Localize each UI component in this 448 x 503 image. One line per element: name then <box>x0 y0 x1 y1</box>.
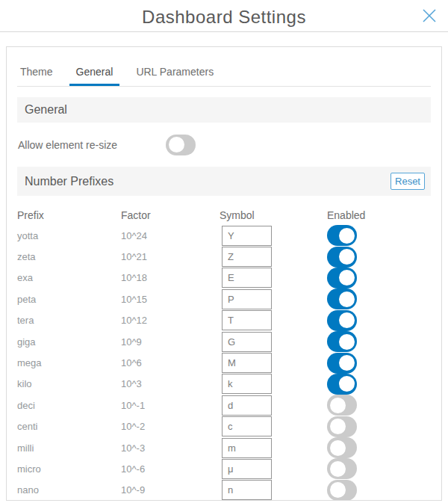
toggle-knob <box>339 228 355 244</box>
symbol-input[interactable] <box>222 395 272 416</box>
allow-resize-row: Allow element re-size <box>17 123 431 167</box>
symbol-input[interactable] <box>222 459 272 479</box>
dialog-header: Dashboard Settings <box>0 0 448 32</box>
symbol-input[interactable] <box>222 332 272 352</box>
row-toggle[interactable] <box>327 331 357 352</box>
row-toggle[interactable] <box>327 480 357 501</box>
table-row: micro 10^-6 <box>17 458 441 479</box>
allow-resize-label: Allow element re-size <box>17 139 166 151</box>
toggle-knob <box>339 270 355 286</box>
row-toggle[interactable] <box>327 374 357 395</box>
row-toggle[interactable] <box>327 247 357 268</box>
prefix-cell: giga <box>17 336 121 348</box>
toggle-knob <box>339 355 355 371</box>
symbol-input[interactable] <box>222 226 272 246</box>
prefix-cell: centi <box>17 421 121 432</box>
symbol-input[interactable] <box>222 310 272 330</box>
row-toggle[interactable] <box>327 353 357 374</box>
prefix-table-body: yotta 10^24 zeta 10^21 exa 10^18 peta 10… <box>17 225 441 501</box>
factor-cell: 10^12 <box>121 315 220 326</box>
toggle-knob <box>330 419 346 434</box>
prefix-table-header: Prefix Factor Symbol Enabled <box>17 206 441 225</box>
column-header-factor: Factor <box>121 209 220 221</box>
table-row: mega 10^6 <box>17 352 441 373</box>
symbol-input[interactable] <box>222 247 272 267</box>
number-prefixes-title: Number Prefixes <box>25 175 113 188</box>
close-icon <box>420 16 438 27</box>
tab-bar: Theme General URL Parameters <box>17 64 431 87</box>
prefix-cell: yotta <box>17 230 121 241</box>
column-header-enabled: Enabled <box>327 209 441 221</box>
toggle-knob <box>339 312 355 328</box>
table-row: tera 10^12 <box>17 310 441 331</box>
table-row: milli 10^-3 <box>17 437 441 458</box>
toggle-knob <box>330 440 346 456</box>
row-toggle[interactable] <box>327 395 357 416</box>
prefix-cell: micro <box>17 463 121 475</box>
prefix-cell: tera <box>17 315 121 326</box>
toggle-knob <box>339 334 355 350</box>
factor-cell: 10^15 <box>121 294 220 305</box>
factor-cell: 10^6 <box>121 357 220 368</box>
allow-resize-toggle[interactable] <box>166 135 196 155</box>
dialog-title: Dashboard Settings <box>0 7 448 28</box>
factor-cell: 10^21 <box>121 251 220 262</box>
symbol-input[interactable] <box>222 289 272 309</box>
symbol-input[interactable] <box>222 438 272 458</box>
symbol-input[interactable] <box>222 416 272 436</box>
general-section-header: General <box>17 97 431 123</box>
tab-general[interactable]: General <box>69 64 120 86</box>
general-section-title: General <box>25 103 67 117</box>
tab-theme[interactable]: Theme <box>19 64 55 86</box>
factor-cell: 10^-2 <box>121 421 220 432</box>
toggle-knob <box>339 376 355 392</box>
toggle-knob <box>339 249 355 265</box>
table-row: yotta 10^24 <box>17 225 441 246</box>
table-row: zeta 10^21 <box>17 246 441 267</box>
prefix-cell: exa <box>17 272 121 283</box>
factor-cell: 10^18 <box>121 272 220 283</box>
toggle-knob <box>339 291 355 307</box>
number-prefixes-section-header: Number Prefixes Reset <box>17 167 431 196</box>
row-toggle[interactable] <box>327 288 357 309</box>
close-button[interactable] <box>420 7 439 26</box>
symbol-input[interactable] <box>222 353 272 373</box>
toggle-knob <box>330 398 346 413</box>
row-toggle[interactable] <box>327 458 357 479</box>
factor-cell: 10^-9 <box>121 484 220 496</box>
factor-cell: 10^-1 <box>121 400 220 411</box>
table-row: kilo 10^3 <box>17 374 441 395</box>
row-toggle[interactable] <box>327 416 357 437</box>
symbol-input[interactable] <box>222 268 272 288</box>
row-toggle[interactable] <box>327 437 357 458</box>
table-row: centi 10^-2 <box>17 416 441 437</box>
row-toggle[interactable] <box>327 310 357 331</box>
row-toggle[interactable] <box>327 268 357 288</box>
factor-cell: 10^9 <box>121 336 220 348</box>
column-header-prefix: Prefix <box>17 209 121 221</box>
factor-cell: 10^24 <box>121 230 220 241</box>
toggle-knob <box>169 137 184 152</box>
prefix-cell: zeta <box>17 251 121 262</box>
table-row: giga 10^9 <box>17 331 441 352</box>
prefix-cell: milli <box>17 442 121 454</box>
symbol-input[interactable] <box>222 480 272 500</box>
table-row: exa 10^18 <box>17 268 441 288</box>
reset-button[interactable]: Reset <box>391 173 425 190</box>
factor-cell: 10^-6 <box>121 463 220 475</box>
tab-url-parameters[interactable]: URL Parameters <box>134 64 215 86</box>
column-header-symbol: Symbol <box>220 209 327 221</box>
row-toggle[interactable] <box>327 225 357 246</box>
table-row: deci 10^-1 <box>17 395 441 416</box>
prefix-cell: mega <box>17 357 121 368</box>
prefix-table: Prefix Factor Symbol Enabled yotta 10^24… <box>7 206 441 501</box>
prefix-cell: deci <box>17 400 121 411</box>
table-row: nano 10^-9 <box>17 480 441 501</box>
prefix-cell: kilo <box>17 378 121 389</box>
toggle-knob <box>330 482 346 498</box>
symbol-input[interactable] <box>222 374 272 394</box>
prefix-cell: nano <box>17 484 121 496</box>
factor-cell: 10^3 <box>121 378 220 389</box>
table-row: peta 10^15 <box>17 288 441 309</box>
settings-panel: Theme General URL Parameters General All… <box>6 46 442 501</box>
